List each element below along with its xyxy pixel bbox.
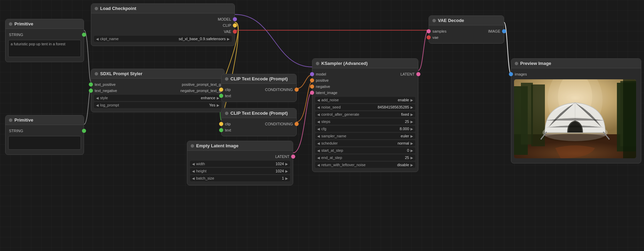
batch-right-arrow[interactable]: ▶ (285, 176, 288, 180)
width-left-arrow[interactable]: ◀ (192, 162, 195, 166)
model-port[interactable] (233, 17, 237, 21)
width-right-arrow[interactable]: ▶ (285, 162, 288, 166)
sampler-name-widget[interactable]: ◀ sampler_name euler ▶ (315, 133, 415, 139)
cfg-right[interactable]: ▶ (410, 127, 413, 131)
vae-samples-input-port[interactable] (427, 29, 431, 33)
style-widget[interactable]: ◀ style enhance ▶ (94, 95, 222, 101)
ckpt-left-arrow[interactable]: ◀ (96, 37, 99, 41)
width-widget[interactable]: ◀ width 1024 ▶ (190, 161, 290, 167)
vae-image-output-port[interactable] (502, 29, 506, 33)
text-negative-input-port[interactable] (89, 89, 93, 93)
clip1-text-input-port[interactable] (219, 94, 223, 98)
primitive2-status-dot (9, 118, 12, 122)
primitive2-string-port[interactable] (82, 129, 86, 133)
end-at-step-widget[interactable]: ◀ end_at_step 25 ▶ (315, 155, 415, 161)
return-noise-right[interactable]: ▶ (410, 163, 413, 167)
ksampler-negative-port[interactable] (310, 84, 314, 89)
scheduler-widget[interactable]: ◀ scheduler normal ▶ (315, 140, 415, 146)
cfg-widget[interactable]: ◀ cfg 8.000 ▶ (315, 126, 415, 132)
scheduler-right[interactable]: ▶ (410, 141, 413, 145)
height-left-arrow[interactable]: ◀ (192, 169, 195, 173)
ksampler-latent-image-label: latent_image (316, 91, 337, 95)
style-left-arrow[interactable]: ◀ (96, 96, 99, 100)
start-step-left[interactable]: ◀ (317, 149, 320, 152)
sdxl-prompt-styler-node: SDXL Prompt Styler text_positive positiv… (91, 69, 225, 112)
clip2-conditioning-port[interactable] (295, 122, 299, 126)
batch-left-arrow[interactable]: ◀ (192, 176, 195, 180)
start-at-step-widget[interactable]: ◀ start_at_step 0 ▶ (315, 147, 415, 153)
clip1-clip-input-port[interactable] (219, 88, 223, 92)
text-negative-input-row: text_negative negative_prompt_text_g (91, 88, 224, 94)
start-step-value: 0 (407, 148, 409, 152)
control-after-right[interactable]: ▶ (410, 113, 413, 116)
ksampler-node: KSampler (Advanced) model LATENT positiv… (312, 58, 418, 172)
primitive2-text[interactable] (8, 136, 81, 150)
latent-image-input-row: latent_image (312, 90, 418, 96)
steps-left[interactable]: ◀ (317, 120, 320, 124)
ksampler-latent-input-port[interactable] (310, 91, 314, 95)
control-after-widget[interactable]: ◀ control_after_generate fixed ▶ (315, 111, 415, 117)
end-step-label: end_at_step (321, 156, 404, 160)
vae-vae-input-port[interactable] (427, 35, 431, 39)
log-prompt-label: log_prompt (100, 103, 208, 107)
load-checkpoint-header: Load Checkpoint (91, 4, 235, 13)
preview-svg (514, 79, 636, 158)
end-step-value: 25 (405, 156, 409, 160)
ckpt-name-value: sd_xl_base_0.9.safetensors (179, 37, 226, 41)
clip2-text-input-port[interactable] (219, 128, 223, 132)
sampler-left[interactable]: ◀ (317, 134, 320, 138)
height-widget[interactable]: ◀ height 1024 ▶ (190, 168, 290, 174)
latent-output-label: LATENT (275, 155, 289, 159)
ksampler-title: KSampler (Advanced) (321, 61, 368, 66)
vae-input-row: vae (429, 34, 504, 41)
empty-latent-header: Empty Latent Image (187, 141, 293, 151)
start-step-right[interactable]: ▶ (410, 149, 413, 152)
ksampler-positive-port[interactable] (310, 78, 314, 82)
steps-widget[interactable]: ◀ steps 25 ▶ (315, 118, 415, 125)
primitive1-text[interactable]: a futuristic pop up tent in a forest (8, 40, 81, 57)
steps-right[interactable]: ▶ (410, 120, 413, 124)
noise-seed-right[interactable]: ▶ (410, 105, 413, 109)
noise-seed-left[interactable]: ◀ (317, 105, 320, 109)
add-noise-label: add_noise (321, 98, 396, 102)
noise-seed-widget[interactable]: ◀ noise_seed 845841585635285 ▶ (315, 104, 415, 110)
svg-rect-3 (521, 83, 533, 145)
control-after-left[interactable]: ◀ (317, 113, 320, 116)
ksampler-latent-output-port[interactable] (416, 72, 420, 76)
text-negative-input-label: text_negative (95, 89, 117, 93)
clip-port[interactable] (233, 23, 237, 27)
add-noise-left[interactable]: ◀ (317, 98, 320, 102)
vae-port[interactable] (233, 30, 237, 34)
ckpt-name-widget[interactable]: ◀ ckpt_name sd_xl_base_0.9.safetensors ▶ (94, 36, 232, 42)
batch-size-label: batch_size (196, 176, 281, 180)
scheduler-left[interactable]: ◀ (317, 141, 320, 145)
svg-point-12 (544, 134, 606, 142)
add-noise-widget[interactable]: ◀ add_noise enable ▶ (315, 97, 415, 103)
cfg-left[interactable]: ◀ (317, 127, 320, 131)
ksampler-model-port[interactable] (310, 72, 314, 76)
end-step-right[interactable]: ▶ (410, 156, 413, 160)
return-noise-value: disable (397, 163, 409, 167)
text-positive-input-port[interactable] (89, 82, 93, 87)
vae-decode-status-dot (432, 19, 436, 22)
return-noise-left[interactable]: ◀ (317, 163, 320, 167)
add-noise-right[interactable]: ▶ (410, 98, 413, 102)
return-noise-widget[interactable]: ◀ return_with_leftover_noise disable ▶ (315, 162, 415, 168)
sampler-right[interactable]: ▶ (410, 134, 413, 138)
width-label: width (196, 162, 274, 166)
log-right-arrow[interactable]: ▶ (217, 103, 219, 107)
end-step-left[interactable]: ◀ (317, 156, 320, 160)
text-positive-input-label: text_positive (95, 82, 116, 87)
preview-images-port[interactable] (509, 72, 513, 76)
primitive2-string-row: STRING (5, 128, 84, 134)
clip1-conditioning-port[interactable] (295, 88, 299, 92)
batch-size-widget[interactable]: ◀ batch_size 1 ▶ (190, 175, 290, 181)
clip1-title: CLIP Text Encode (Prompt) (230, 76, 288, 81)
log-left-arrow[interactable]: ◀ (96, 103, 99, 107)
height-right-arrow[interactable]: ▶ (285, 169, 288, 173)
primitive1-string-port[interactable] (82, 33, 86, 37)
clip2-clip-input-port[interactable] (219, 122, 223, 126)
log-prompt-widget[interactable]: ◀ log_prompt Yes ▶ (94, 102, 222, 108)
ckpt-right-arrow[interactable]: ▶ (227, 37, 230, 41)
latent-output-port[interactable] (291, 155, 295, 159)
